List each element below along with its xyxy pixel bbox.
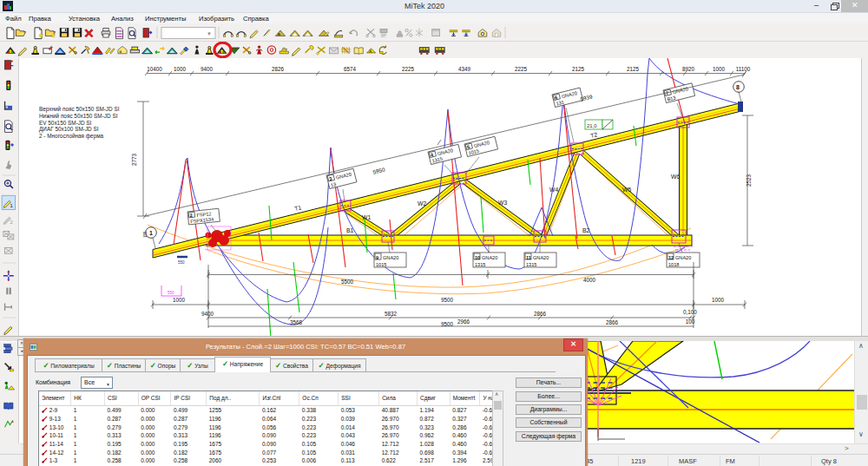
svg-text:W2: W2 [418,200,426,207]
svg-text:W1: W1 [362,214,371,220]
svg-text:4000: 4000 [583,277,596,283]
svg-text:155: 155 [143,231,148,238]
svg-text:1000: 1000 [712,297,725,303]
svg-text:0,100: 0,100 [683,309,697,315]
svg-text:5950: 5950 [372,166,386,174]
svg-text:1315: 1315 [526,262,536,267]
svg-text:ДИАГ 50x100 SM-JD SI: ДИАГ 50x100 SM-JD SI [39,126,99,133]
svg-text:12: 12 [668,255,674,260]
svg-text:6574: 6574 [344,66,357,72]
svg-text:1015: 1015 [376,262,386,267]
svg-text:8: 8 [736,84,740,90]
svg-text:2125: 2125 [627,66,640,72]
svg-text:2826: 2826 [272,66,285,72]
svg-text:W4: W4 [549,187,558,193]
svg-text:2866: 2866 [606,319,619,325]
svg-text:W6: W6 [671,174,680,180]
svg-text:2125: 2125 [572,66,585,72]
svg-text:1315: 1315 [475,262,485,267]
svg-text:2966: 2966 [457,318,470,325]
svg-text:GNA20: GNA20 [383,255,398,260]
svg-text:100: 100 [686,318,695,325]
svg-text:5832: 5832 [385,311,398,317]
svg-text:3568: 3568 [290,319,303,325]
svg-text:1018: 1018 [668,262,679,267]
svg-text:2866: 2866 [534,311,547,317]
svg-text:T2: T2 [590,131,599,139]
svg-text:1000: 1000 [173,297,186,303]
svg-text:GNA20: GNA20 [675,255,691,260]
svg-text:4349: 4349 [458,66,471,72]
svg-text:T1: T1 [294,204,303,212]
svg-text:550: 550 [178,260,185,265]
svg-text:10400: 10400 [147,66,162,72]
svg-text:W3: W3 [498,200,507,206]
svg-text:9400: 9400 [201,66,214,72]
svg-text:Верхний пояс 50x150 SM-JD SI: Верхний пояс 50x150 SM-JD SI [39,106,120,113]
svg-text:8920: 8920 [682,66,695,72]
svg-text:1000: 1000 [174,66,187,72]
svg-text:1: 1 [149,230,153,236]
svg-text:B2: B2 [582,227,590,233]
svg-text:GNA20: GNA20 [482,255,497,260]
svg-text:▼: ▼ [207,31,212,36]
svg-text:11: 11 [526,255,531,260]
svg-text:2523: 2523 [746,174,752,187]
svg-text:B1: B1 [346,227,354,233]
svg-text:5500: 5500 [341,279,354,285]
svg-text:EV 50x150 SM-JD SI: EV 50x150 SM-JD SI [39,120,92,126]
svg-text:2 - Многослойная ферма: 2 - Многослойная ферма [39,133,104,140]
svg-text:2773: 2773 [131,154,137,167]
svg-text:W5: W5 [622,187,631,193]
svg-text:2225: 2225 [402,66,415,72]
svg-text:2: 2 [189,213,193,218]
svg-text:9500: 9500 [441,321,454,327]
svg-text:21,0: 21,0 [587,123,597,128]
svg-text:9400: 9400 [201,311,214,317]
svg-text:2225: 2225 [515,66,528,72]
svg-text:10: 10 [475,255,480,260]
svg-text:1000: 1000 [713,66,726,72]
svg-text:9: 9 [376,255,378,260]
svg-text:11100: 11100 [736,66,751,72]
svg-text:9500: 9500 [441,297,454,303]
svg-text:GNA20: GNA20 [533,255,549,260]
svg-text:550: 550 [168,291,174,295]
svg-text:Нижний пояс 50x150 SM-JD SI: Нижний пояс 50x150 SM-JD SI [39,113,118,119]
